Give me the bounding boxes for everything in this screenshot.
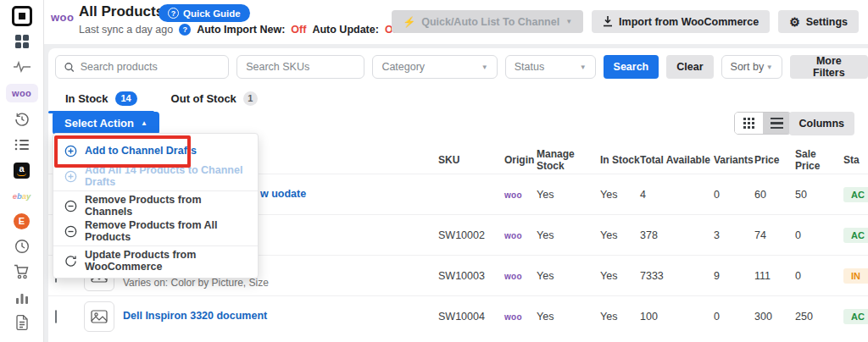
settings-button[interactable]: ⚙ Settings [778,10,859,33]
tab-out-of-stock[interactable]: Out of Stock 1 [154,86,275,111]
cell-sale-price: 0 [795,270,843,282]
select-action-button[interactable]: Select Action ▲ [53,112,159,135]
origin-woo-badge: woo [504,312,522,322]
cell-in-stock: Yes [600,229,640,241]
out-of-stock-count-badge: 1 [243,91,258,106]
ebay-icon[interactable]: ebay [8,187,36,204]
sort-by-label: Sort by [731,61,765,73]
list-view-button[interactable] [763,113,791,134]
activity-icon[interactable] [8,58,36,75]
columns-button[interactable]: Columns [789,112,854,135]
grid-view-button[interactable] [735,113,763,134]
cell-price: 300 [754,311,795,323]
search-skus-input[interactable] [246,61,355,73]
origin-woo-badge: woo [504,190,522,200]
status-badge: IN [843,268,868,284]
cell-manage-stock: Yes [537,270,600,282]
amazon-icon[interactable]: a [8,162,36,179]
more-filters-button[interactable]: More Filters [790,55,868,79]
cart-icon[interactable] [8,263,36,280]
col-sku: SKU [438,154,504,166]
col-manage-stock: Manage Stock [537,148,600,172]
download-icon [603,16,613,27]
chevron-down-icon: ▼ [580,63,587,71]
header-buttons: ⚡ Quick/Auto List To Channel ▼ Import fr… [392,10,859,33]
col-sale-price: Sale Price [795,148,843,172]
status-badge: AC [843,309,868,324]
origin-woo-badge: woo [504,231,522,240]
search-products-field [55,55,229,79]
menu-item-update-from-woocommerce[interactable]: Update Products from WooCommerce [53,248,258,273]
menu-divider [53,245,258,246]
bar-chart-icon[interactable] [8,289,36,306]
cell-manage-stock: Yes [537,189,600,201]
status-badge: AC [843,187,868,202]
category-select[interactable]: Category ▼ [372,55,497,79]
clock-icon[interactable] [8,238,36,255]
cell-price: 60 [754,189,795,201]
refresh-icon [64,255,77,268]
document-icon[interactable] [8,314,36,331]
sidebar: woo a ebay E [0,0,44,342]
minus-circle-icon [64,225,77,238]
search-products-input[interactable] [81,61,220,73]
cell-total-available: 100 [640,311,714,323]
col-variants: Variants [714,154,754,166]
cell-in-stock: Yes [600,189,640,201]
cell-total-available: 378 [640,229,714,241]
menu-item-add-all-to-channel-drafts[interactable]: Add All 14 Products to Channel Drafts [53,163,258,189]
tab-in-stock[interactable]: In Stock 14 [48,86,154,111]
help-icon[interactable]: ? [179,24,191,36]
sort-by-select[interactable]: Sort by ▼ [721,55,782,79]
woo-logo: woo [51,11,75,24]
list-icon[interactable] [8,136,36,153]
gear-icon: ⚙ [789,16,800,28]
lightning-icon: ⚡ [403,16,415,28]
row-checkbox[interactable] [55,310,57,323]
chevron-down-icon: ▼ [565,18,572,25]
sync-history-icon[interactable] [8,111,36,128]
status-select[interactable]: Status ▼ [505,55,596,79]
search-button[interactable]: Search [604,55,659,79]
in-stock-count-badge: 14 [115,91,137,106]
quick-guide-button[interactable]: ? Quick Guide [159,4,250,22]
list-view-icon [771,118,783,130]
chevron-up-icon: ▲ [141,119,147,127]
search-skus-field [236,55,364,79]
cell-sku: SW10003 [438,270,504,282]
menu-item-add-to-channel-drafts[interactable]: Add to Channel Drafts [53,138,258,163]
cell-manage-stock: Yes [537,311,600,323]
etsy-icon[interactable]: E [8,212,36,229]
out-of-stock-tab-label: Out of Stock [171,92,236,105]
col-total-available: Total Available [640,154,714,166]
cell-total-available: 7333 [640,270,714,282]
product-name-link[interactable]: Dell Inspiron 3320 document [123,310,267,322]
minus-circle-icon [64,200,77,212]
chevron-down-icon: ▼ [766,63,773,71]
product-image-placeholder-icon [84,301,114,332]
menu-item-remove-from-channels[interactable]: Remove Products from Channels [53,193,258,218]
origin-woo-badge: woo [504,272,522,281]
cell-in-stock: Yes [600,270,640,282]
top-bar: woo All Products ? Quick Guide Last sync… [44,0,868,44]
cell-variants: 0 [714,189,754,201]
cell-variants: 9 [714,270,754,282]
menu-item-remove-from-all-products[interactable]: Remove Products from All Products [53,218,258,244]
in-stock-tab-label: In Stock [65,92,108,105]
woo-sidebar-label: woo [12,88,31,98]
status-label: Status [515,61,544,73]
select-action-label: Select Action [64,117,134,130]
dashboard-icon[interactable] [8,33,36,50]
clear-button[interactable]: Clear [666,55,713,79]
cell-sale-price: 0 [795,229,843,241]
search-icon [64,62,75,73]
filter-bar: Category ▼ Status ▼ Search Clear Sort by… [55,55,868,79]
import-woocommerce-button[interactable]: Import from WooCommerce [592,10,770,33]
sidebar-item-woocommerce[interactable]: woo [6,84,38,102]
app-logo-icon[interactable] [8,8,36,25]
status-badge: AC [843,228,868,243]
import-label: Import from WooCommerce [619,16,759,28]
grid-view-icon [743,118,754,129]
cell-price: 74 [754,229,795,241]
quick-auto-list-button[interactable]: ⚡ Quick/Auto List To Channel ▼ [392,10,583,33]
